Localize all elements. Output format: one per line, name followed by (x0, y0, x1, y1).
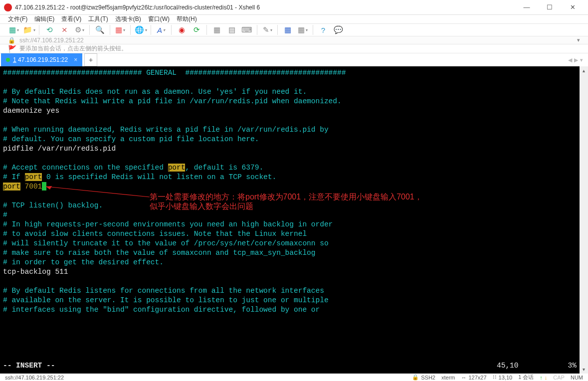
tab-close-button[interactable]: × (74, 56, 77, 63)
script-button[interactable]: ✎ (261, 24, 273, 36)
hint-text: 要添加当前会话，点击左侧的箭头按钮。 (19, 44, 127, 53)
hintbar: 🚩 要添加当前会话，点击左侧的箭头按钮。 (0, 44, 588, 53)
url-dropdown[interactable]: ▾ (577, 37, 580, 43)
chat-button[interactable]: 💬 (332, 24, 344, 36)
terminal[interactable]: ################################ GENERAL… (0, 66, 580, 374)
status-size: ↔ 127x27 (461, 375, 487, 381)
status-pos: ⁝⁝ 13,10 (493, 374, 513, 381)
menu-edit[interactable]: 编辑(E) (34, 15, 54, 23)
help-button[interactable]: ? (317, 24, 329, 36)
add-tab-button[interactable]: + (84, 53, 97, 66)
status-traffic: ↑↓ (540, 375, 547, 381)
status-host: ssh://47.106.219.251:22 (5, 375, 406, 381)
app-icon (4, 3, 12, 11)
status-ssh: 🔒SSH2 (412, 374, 435, 381)
status-sessions: 1 会话 (518, 374, 534, 381)
minimize-button[interactable]: — (515, 0, 538, 15)
grid2-button[interactable]: ▦ (297, 24, 309, 36)
url-input[interactable]: ssh://47.106.219.251:22 (19, 37, 573, 44)
status-dot-icon (6, 58, 10, 62)
layout2-button[interactable]: ▤ (226, 24, 238, 36)
lock-icon: 🔒 (8, 37, 15, 44)
window-controls: — ☐ ✕ (515, 0, 584, 15)
window-title: 47.106.219.251:22 - root@izwz9ef5sjam9pv… (15, 4, 515, 11)
close-button[interactable]: ✕ (561, 0, 584, 15)
lock-icon: 🔒 (412, 374, 419, 381)
flag-icon: 🚩 (8, 45, 16, 53)
tab-nav: ◀ ▶ ▾ (568, 57, 587, 63)
session-tab[interactable]: 1 1 47.106.219.251:2247.106.219.251:22 × (1, 53, 82, 66)
tab-prev-button[interactable]: ◀ (568, 57, 572, 63)
scroll-down-icon[interactable]: ▾ (580, 365, 588, 374)
menu-window[interactable]: 窗口(W) (148, 15, 170, 23)
down-arrow-icon: ↓ (545, 375, 548, 381)
annotation-text: 第一处需要修改的地方：将port修改为7001，注意不要使用小键盘输入7001，… (150, 192, 422, 211)
menu-tools[interactable]: 工具(T) (88, 15, 108, 23)
new-session-button[interactable]: ▦ (8, 24, 20, 36)
scrollbar[interactable]: ▴ ▾ (580, 66, 588, 374)
green-button[interactable]: ⟳ (191, 24, 202, 36)
statusbar: ssh://47.106.219.251:22 🔒SSH2 xterm ↔ 12… (0, 374, 588, 381)
maximize-button[interactable]: ☐ (538, 0, 561, 15)
menu-view[interactable]: 查看(V) (61, 15, 81, 23)
menubar: 文件(F) 编辑(E) 查看(V) 工具(T) 选项卡(B) 窗口(W) 帮助(… (0, 15, 588, 24)
up-arrow-icon: ↑ (540, 375, 543, 381)
toolbar: ▦ 📁 ⟲ ⨯ ⚙ 🔍 ▦ 🌐 A ◉ ⟳ ▦ ▤ ⌨ ✎ ▦ ▦ ? 💬 (0, 24, 588, 36)
cursor-icon: ⁝⁝ (493, 374, 497, 381)
grid1-button[interactable]: ▦ (282, 24, 294, 36)
menu-file[interactable]: 文件(F) (8, 15, 27, 23)
search-button[interactable]: 🔍 (94, 24, 106, 36)
titlebar: 47.106.219.251:22 - root@izwz9ef5sjam9pv… (0, 0, 588, 15)
scroll-up-icon[interactable]: ▴ (580, 66, 588, 75)
keyboard-button[interactable]: ⌨ (241, 24, 253, 36)
resize-icon: ↔ (461, 375, 467, 381)
globe-button[interactable]: 🌐 (135, 24, 147, 36)
reconnect-button[interactable]: ⟲ (43, 24, 55, 36)
properties-button[interactable]: ⚙ (73, 24, 85, 36)
urlbar: 🔒 ssh://47.106.219.251:22 ▾ (0, 36, 588, 44)
copy-button[interactable]: ▦ (114, 24, 126, 36)
menu-tabs[interactable]: 选项卡(B) (115, 15, 141, 23)
status-termtype: xterm (441, 375, 455, 381)
open-button[interactable]: 📁 (23, 24, 35, 36)
red-button[interactable]: ◉ (176, 24, 188, 36)
tab-next-button[interactable]: ▶ (574, 57, 578, 63)
menu-help[interactable]: 帮助(H) (177, 15, 197, 23)
layout1-button[interactable]: ▦ (211, 24, 223, 36)
disconnect-button[interactable]: ⨯ (58, 24, 70, 36)
status-cap: CAP (553, 375, 565, 381)
terminal-area: ################################ GENERAL… (0, 66, 588, 374)
vim-status-line: -- INSERT -- 45,10 3% (3, 361, 577, 371)
status-num: NUM (571, 375, 583, 381)
tab-label: 1 1 47.106.219.251:2247.106.219.251:22 (13, 56, 68, 63)
tabbar: 1 1 47.106.219.251:2247.106.219.251:22 ×… (0, 53, 588, 66)
font-button[interactable]: A (155, 24, 167, 36)
tab-list-button[interactable]: ▾ (580, 57, 583, 63)
